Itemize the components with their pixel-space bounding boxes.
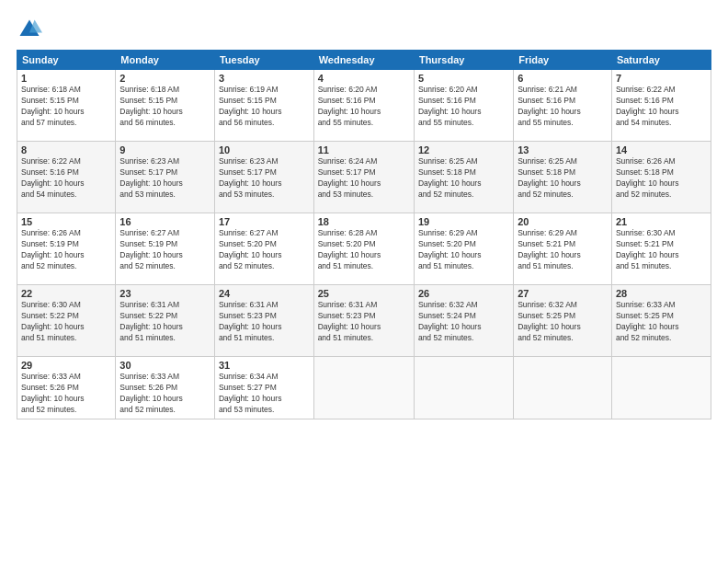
day-info: Sunrise: 6:34 AM Sunset: 5:27 PM Dayligh… [219,372,282,414]
calendar-week-row: 29Sunrise: 6:33 AM Sunset: 5:26 PM Dayli… [17,357,711,419]
weekday-header: Sunday [17,51,116,70]
calendar-cell: 28Sunrise: 6:33 AM Sunset: 5:25 PM Dayli… [611,285,711,357]
calendar-cell: 26Sunrise: 6:32 AM Sunset: 5:24 PM Dayli… [414,285,513,357]
header [17,17,711,42]
day-info: Sunrise: 6:33 AM Sunset: 5:26 PM Dayligh… [119,372,183,414]
day-info: Sunrise: 6:19 AM Sunset: 5:15 PM Dayligh… [219,85,282,127]
weekday-header: Saturday [611,51,711,70]
weekday-header: Friday [514,51,612,70]
calendar-cell: 5Sunrise: 6:20 AM Sunset: 5:16 PM Daylig… [414,70,513,142]
day-info: Sunrise: 6:29 AM Sunset: 5:20 PM Dayligh… [418,228,482,270]
day-info: Sunrise: 6:30 AM Sunset: 5:21 PM Dayligh… [616,228,679,270]
weekday-header: Thursday [414,51,513,70]
calendar-cell: 19Sunrise: 6:29 AM Sunset: 5:20 PM Dayli… [414,213,513,285]
day-info: Sunrise: 6:31 AM Sunset: 5:23 PM Dayligh… [219,300,282,342]
day-info: Sunrise: 6:27 AM Sunset: 5:19 PM Dayligh… [119,228,183,270]
day-info: Sunrise: 6:28 AM Sunset: 5:20 PM Dayligh… [318,228,381,270]
calendar-table: SundayMondayTuesdayWednesdayThursdayFrid… [17,50,711,419]
calendar-cell: 31Sunrise: 6:34 AM Sunset: 5:27 PM Dayli… [214,357,313,419]
calendar-header-row: SundayMondayTuesdayWednesdayThursdayFrid… [17,51,711,70]
day-number: 30 [119,360,210,371]
weekday-header: Wednesday [313,51,414,70]
day-info: Sunrise: 6:29 AM Sunset: 5:21 PM Dayligh… [518,228,581,270]
day-info: Sunrise: 6:31 AM Sunset: 5:23 PM Dayligh… [318,300,381,342]
calendar-cell: 15Sunrise: 6:26 AM Sunset: 5:19 PM Dayli… [17,213,116,285]
day-info: Sunrise: 6:23 AM Sunset: 5:17 PM Dayligh… [219,156,282,199]
calendar-cell: 13Sunrise: 6:25 AM Sunset: 5:18 PM Dayli… [514,142,612,213]
day-number: 11 [318,144,410,155]
calendar-cell: 17Sunrise: 6:27 AM Sunset: 5:20 PM Dayli… [214,213,313,285]
day-info: Sunrise: 6:27 AM Sunset: 5:20 PM Dayligh… [219,228,282,270]
day-number: 8 [21,144,111,155]
day-info: Sunrise: 6:21 AM Sunset: 5:16 PM Dayligh… [518,85,581,127]
day-info: Sunrise: 6:20 AM Sunset: 5:16 PM Dayligh… [418,85,482,127]
day-info: Sunrise: 6:24 AM Sunset: 5:17 PM Dayligh… [318,156,381,199]
calendar-cell: 2Sunrise: 6:18 AM Sunset: 5:15 PM Daylig… [116,70,215,142]
calendar-cell: 18Sunrise: 6:28 AM Sunset: 5:20 PM Dayli… [313,213,414,285]
calendar-week-row: 8Sunrise: 6:22 AM Sunset: 5:16 PM Daylig… [17,142,711,213]
calendar-cell: 1Sunrise: 6:18 AM Sunset: 5:15 PM Daylig… [17,70,116,142]
day-number: 5 [418,73,509,84]
calendar-cell: 30Sunrise: 6:33 AM Sunset: 5:26 PM Dayli… [116,357,215,419]
day-info: Sunrise: 6:18 AM Sunset: 5:15 PM Dayligh… [21,85,85,127]
day-number: 19 [418,216,509,227]
calendar-cell: 27Sunrise: 6:32 AM Sunset: 5:25 PM Dayli… [514,285,612,357]
logo-icon [17,17,42,42]
calendar-cell: 29Sunrise: 6:33 AM Sunset: 5:26 PM Dayli… [17,357,116,419]
calendar-cell: 7Sunrise: 6:22 AM Sunset: 5:16 PM Daylig… [611,70,711,142]
day-number: 16 [119,216,210,227]
day-info: Sunrise: 6:33 AM Sunset: 5:26 PM Dayligh… [21,372,85,414]
day-number: 13 [518,144,608,155]
day-number: 15 [21,216,111,227]
calendar-cell: 11Sunrise: 6:24 AM Sunset: 5:17 PM Dayli… [313,142,414,213]
weekday-header: Tuesday [214,51,313,70]
day-number: 26 [418,288,509,299]
page: SundayMondayTuesdayWednesdayThursdayFrid… [0,0,728,563]
day-number: 12 [418,144,509,155]
day-number: 18 [318,216,410,227]
calendar-cell: 10Sunrise: 6:23 AM Sunset: 5:17 PM Dayli… [214,142,313,213]
day-number: 14 [616,144,707,155]
day-info: Sunrise: 6:32 AM Sunset: 5:25 PM Dayligh… [518,300,581,342]
calendar-cell: 25Sunrise: 6:31 AM Sunset: 5:23 PM Dayli… [313,285,414,357]
logo [17,17,46,42]
day-info: Sunrise: 6:25 AM Sunset: 5:18 PM Dayligh… [418,156,482,199]
day-number: 10 [219,144,310,155]
day-info: Sunrise: 6:18 AM Sunset: 5:15 PM Dayligh… [119,85,183,127]
day-number: 27 [518,288,608,299]
day-info: Sunrise: 6:26 AM Sunset: 5:18 PM Dayligh… [616,156,679,199]
day-number: 28 [616,288,707,299]
calendar-cell: 14Sunrise: 6:26 AM Sunset: 5:18 PM Dayli… [611,142,711,213]
day-info: Sunrise: 6:26 AM Sunset: 5:19 PM Dayligh… [21,228,85,270]
calendar-cell: 16Sunrise: 6:27 AM Sunset: 5:19 PM Dayli… [116,213,215,285]
calendar-cell: 23Sunrise: 6:31 AM Sunset: 5:22 PM Dayli… [116,285,215,357]
calendar-cell: 8Sunrise: 6:22 AM Sunset: 5:16 PM Daylig… [17,142,116,213]
day-info: Sunrise: 6:20 AM Sunset: 5:16 PM Dayligh… [318,85,381,127]
calendar-week-row: 1Sunrise: 6:18 AM Sunset: 5:15 PM Daylig… [17,70,711,142]
day-info: Sunrise: 6:30 AM Sunset: 5:22 PM Dayligh… [21,300,85,342]
calendar-cell: 22Sunrise: 6:30 AM Sunset: 5:22 PM Dayli… [17,285,116,357]
day-number: 6 [518,73,608,84]
calendar-cell: 6Sunrise: 6:21 AM Sunset: 5:16 PM Daylig… [514,70,612,142]
calendar-cell: 12Sunrise: 6:25 AM Sunset: 5:18 PM Dayli… [414,142,513,213]
calendar-cell: 24Sunrise: 6:31 AM Sunset: 5:23 PM Dayli… [214,285,313,357]
calendar-cell [611,357,711,419]
day-number: 29 [21,360,111,371]
day-info: Sunrise: 6:33 AM Sunset: 5:25 PM Dayligh… [616,300,679,342]
day-info: Sunrise: 6:22 AM Sunset: 5:16 PM Dayligh… [21,156,85,199]
day-number: 21 [616,216,707,227]
day-number: 3 [219,73,310,84]
day-info: Sunrise: 6:31 AM Sunset: 5:22 PM Dayligh… [119,300,183,342]
day-number: 24 [219,288,310,299]
calendar-week-row: 15Sunrise: 6:26 AM Sunset: 5:19 PM Dayli… [17,213,711,285]
day-number: 2 [119,73,210,84]
calendar-cell: 4Sunrise: 6:20 AM Sunset: 5:16 PM Daylig… [313,70,414,142]
day-info: Sunrise: 6:23 AM Sunset: 5:17 PM Dayligh… [119,156,183,199]
day-info: Sunrise: 6:25 AM Sunset: 5:18 PM Dayligh… [518,156,581,199]
day-number: 1 [21,73,111,84]
weekday-header: Monday [116,51,215,70]
calendar-cell [313,357,414,419]
calendar-cell [514,357,612,419]
calendar-cell: 9Sunrise: 6:23 AM Sunset: 5:17 PM Daylig… [116,142,215,213]
day-number: 17 [219,216,310,227]
